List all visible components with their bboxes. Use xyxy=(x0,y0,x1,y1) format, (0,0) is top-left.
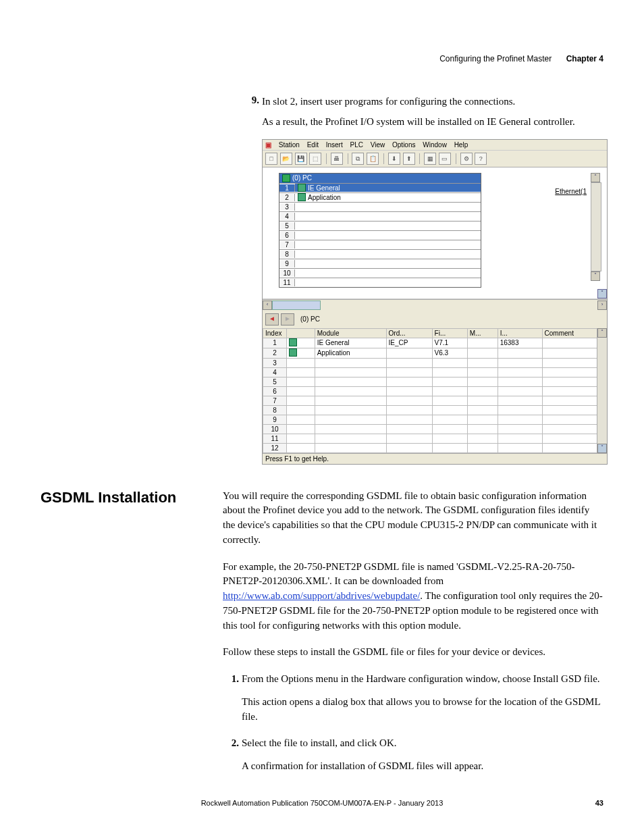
rack-slot-number: 4 xyxy=(279,213,295,220)
print-icon[interactable]: 🖶 xyxy=(331,153,343,165)
rack-row[interactable]: 5 xyxy=(279,221,481,230)
substep1-after: This action opens a dialog box that allo… xyxy=(242,695,603,725)
table-cell: 12 xyxy=(263,443,287,452)
hscroll-left-icon[interactable]: ‹ xyxy=(263,301,272,310)
table-cell xyxy=(315,405,386,415)
menu-edit[interactable]: Edit xyxy=(307,141,319,149)
table-cell xyxy=(287,348,315,358)
table-row[interactable]: 11 xyxy=(263,434,607,443)
table-row[interactable]: 2ApplicationV6.3 xyxy=(263,348,607,358)
grid-header[interactable]: I... xyxy=(498,328,542,338)
nav-fwd-button[interactable]: ► xyxy=(281,313,294,325)
save-icon[interactable]: 💾 xyxy=(295,153,307,165)
grid-header[interactable]: Ord... xyxy=(386,328,432,338)
grid-header[interactable]: Index xyxy=(263,328,287,338)
substep1-number: 1. xyxy=(223,672,239,687)
download-link[interactable]: http://www.ab.com/support/abdrives/webup… xyxy=(223,590,420,601)
hscroll-right-icon[interactable]: › xyxy=(597,301,607,310)
menu-plc[interactable]: PLC xyxy=(350,141,363,149)
table-row[interactable]: 12 xyxy=(263,443,607,452)
table-cell: IE General xyxy=(315,338,386,348)
table-row[interactable]: 9 xyxy=(263,415,607,424)
table-cell xyxy=(386,415,432,424)
table-cell xyxy=(498,396,542,405)
rack-vscroll[interactable]: ˄ ˅ xyxy=(591,173,601,281)
grid-header[interactable]: Fi... xyxy=(432,328,467,338)
rack-title-text: (0) PC xyxy=(292,174,312,182)
row-module-icon xyxy=(289,348,297,357)
table-cell xyxy=(498,443,542,452)
step-number: 9. xyxy=(243,95,259,109)
rack-row[interactable]: 11 xyxy=(279,278,481,287)
hscroll-thumb[interactable] xyxy=(272,301,321,310)
table-row[interactable]: 4 xyxy=(263,367,607,377)
grid-scroll-down-icon[interactable]: ˅ xyxy=(597,444,607,453)
nav-back-button[interactable]: ◄ xyxy=(265,313,279,325)
table-row[interactable]: 10 xyxy=(263,424,607,434)
paste-icon[interactable]: 📋 xyxy=(367,153,379,165)
table-row[interactable]: 7 xyxy=(263,396,607,405)
step-text: In slot 2, insert user programs for conf… xyxy=(262,95,603,109)
table-cell xyxy=(467,424,498,434)
rack-slot-number: 5 xyxy=(279,222,295,230)
table-cell xyxy=(287,338,315,348)
grid-header[interactable]: M... xyxy=(467,328,498,338)
table-cell: Application xyxy=(315,348,386,358)
rack-row[interactable]: 6 xyxy=(279,230,481,240)
copy-icon[interactable]: ⧉ xyxy=(352,153,364,165)
table-cell: 9 xyxy=(263,415,287,424)
rack-row[interactable]: 3 xyxy=(279,202,481,211)
table-row[interactable]: 3 xyxy=(263,358,607,367)
rack-row[interactable]: 9 xyxy=(279,259,481,268)
rack-row[interactable]: 7 xyxy=(279,240,481,249)
open-icon[interactable]: 📂 xyxy=(280,153,292,165)
table-cell xyxy=(386,386,432,396)
table-cell xyxy=(287,405,315,415)
upload-icon[interactable]: ⬆ xyxy=(403,153,415,165)
table-row[interactable]: 5 xyxy=(263,377,607,386)
menu-station[interactable]: Station xyxy=(279,141,300,149)
table-cell: 10 xyxy=(263,424,287,434)
app-icon: ▣ xyxy=(265,141,271,149)
rack-slot-number: 11 xyxy=(279,279,295,286)
menu-help[interactable]: Help xyxy=(454,141,468,149)
table-cell xyxy=(386,424,432,434)
rack-row[interactable]: 2Application xyxy=(279,192,481,202)
substep2-number: 2. xyxy=(223,736,239,751)
grid-header[interactable] xyxy=(287,328,315,338)
save2-icon[interactable]: ⬚ xyxy=(309,153,321,165)
grid-scroll-up-icon[interactable]: ˄ xyxy=(597,328,607,338)
grid-vscroll[interactable]: ˄ ˅ xyxy=(597,328,607,453)
rack-row[interactable]: 4 xyxy=(279,211,481,221)
menu-insert[interactable]: Insert xyxy=(326,141,343,149)
network-icon[interactable]: ⚙ xyxy=(460,153,473,165)
menu-options[interactable]: Options xyxy=(392,141,415,149)
table-row[interactable]: 6 xyxy=(263,386,607,396)
table-cell xyxy=(467,358,498,367)
menu-window[interactable]: Window xyxy=(423,141,447,149)
help-icon[interactable]: ? xyxy=(475,153,487,165)
table-cell xyxy=(432,358,467,367)
scroll-down-icon[interactable]: ˅ xyxy=(591,271,600,281)
table-cell xyxy=(432,377,467,386)
catalog-icon[interactable]: ▭ xyxy=(439,153,451,165)
table-row[interactable]: 1IE GeneralIE_CPV7.116383 xyxy=(263,338,607,348)
hscroll-bar[interactable]: ‹ › xyxy=(263,299,607,311)
table-cell xyxy=(467,386,498,396)
rack-row[interactable]: 8 xyxy=(279,249,481,259)
table-cell: 1 xyxy=(263,338,287,348)
grid-header[interactable]: Module xyxy=(315,328,386,338)
rack-slot-module: IE General xyxy=(295,184,481,192)
table-cell xyxy=(287,386,315,396)
scroll-up-icon[interactable]: ˄ xyxy=(591,173,600,182)
table-cell xyxy=(432,396,467,405)
module-icon[interactable]: ▦ xyxy=(424,153,436,165)
menu-view[interactable]: View xyxy=(371,141,385,149)
rack-row[interactable]: 10 xyxy=(279,268,481,278)
pane-scroll-down-icon[interactable]: ˅ xyxy=(597,289,607,298)
download-icon[interactable]: ⬇ xyxy=(388,153,400,165)
table-row[interactable]: 8 xyxy=(263,405,607,415)
module-icon xyxy=(298,184,306,192)
new-icon[interactable]: □ xyxy=(265,153,277,165)
rack-row[interactable]: 1IE General xyxy=(279,183,481,192)
